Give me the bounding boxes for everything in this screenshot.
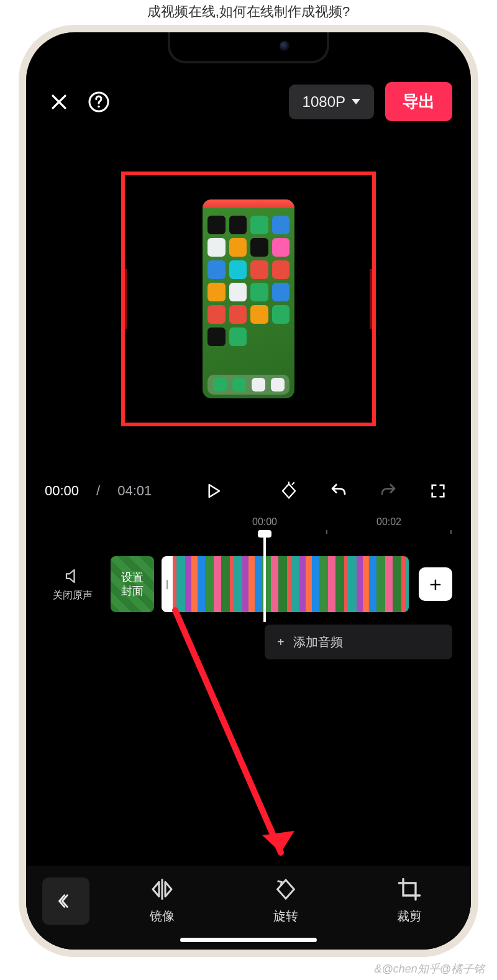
crop-icon xyxy=(397,877,422,902)
time-current: 00:00 xyxy=(45,483,79,499)
keyframe-button[interactable] xyxy=(275,477,303,505)
add-audio-label: 添加音频 xyxy=(293,634,343,651)
tool-mirror[interactable]: 镜像 xyxy=(150,877,175,925)
plus-icon: + xyxy=(429,572,442,597)
phone-notch xyxy=(168,32,329,63)
time-duration: 04:01 xyxy=(117,483,152,499)
set-cover-button[interactable]: 设置 封面 xyxy=(111,556,154,612)
undo-icon xyxy=(329,482,348,500)
play-icon xyxy=(204,482,222,500)
time-separator: / xyxy=(96,483,100,499)
svg-marker-3 xyxy=(262,831,294,853)
undo-button[interactable] xyxy=(324,477,353,505)
preview-area xyxy=(26,137,471,460)
resolution-selector[interactable]: 1080P xyxy=(289,85,374,119)
mute-label: 关闭原声 xyxy=(53,590,93,600)
video-track: 关闭原声 设置 封面 | + xyxy=(45,556,452,612)
cover-label-1: 设置 xyxy=(121,570,144,584)
page-title: 成视频在线,如何在线制作成视频? xyxy=(0,0,497,25)
ruler-mark: 00:00 xyxy=(252,516,277,528)
resolution-label: 1080P xyxy=(303,93,345,111)
tool-crop-label: 裁剪 xyxy=(397,908,422,925)
rotate-icon xyxy=(273,877,298,902)
add-audio-button[interactable]: + 添加音频 xyxy=(265,625,452,659)
help-icon xyxy=(88,91,110,113)
tool-mirror-label: 镜像 xyxy=(150,908,175,925)
export-button[interactable]: 导出 xyxy=(385,82,452,121)
ruler-mark: 00:02 xyxy=(376,516,401,528)
preview-viewport[interactable] xyxy=(121,172,376,426)
tool-rotate[interactable]: 旋转 xyxy=(273,877,298,925)
playback-bar: 00:00 / 04:01 xyxy=(26,460,471,516)
plus-icon: + xyxy=(277,635,285,649)
add-clip-button[interactable]: + xyxy=(419,567,452,601)
tool-crop[interactable]: 裁剪 xyxy=(397,877,422,925)
close-button[interactable] xyxy=(45,88,73,116)
video-clip[interactable]: | xyxy=(164,556,409,612)
mute-original-button[interactable]: 关闭原声 xyxy=(45,567,101,602)
fullscreen-icon xyxy=(429,482,447,500)
timeline-ruler[interactable]: 00:00 00:02 xyxy=(26,516,471,534)
clip-handle-left[interactable]: | xyxy=(162,556,173,612)
cover-label-2: 封面 xyxy=(121,584,144,598)
mirror-icon xyxy=(150,877,175,902)
speaker-icon xyxy=(63,567,82,585)
watermark: &@chen知乎@橘子铭 xyxy=(374,961,485,976)
play-button[interactable] xyxy=(199,477,227,505)
preview-content xyxy=(203,199,294,398)
help-button[interactable] xyxy=(84,88,113,116)
app-screen: 1080P 导出 00:00 xyxy=(26,32,471,950)
timeline[interactable]: 关闭原声 设置 封面 | + + 添加音频 xyxy=(26,534,471,678)
playhead[interactable] xyxy=(263,534,266,622)
svg-point-1 xyxy=(98,105,100,108)
close-icon xyxy=(48,91,70,112)
chevron-down-icon xyxy=(352,99,360,104)
toolbar-back-button[interactable] xyxy=(42,877,89,925)
fullscreen-button[interactable] xyxy=(424,477,452,505)
phone-frame: 1080P 导出 00:00 xyxy=(19,25,478,957)
home-indicator[interactable] xyxy=(180,938,317,942)
top-bar: 1080P 导出 xyxy=(26,71,471,137)
bottom-toolbar: 镜像 旋转 裁剪 xyxy=(26,866,471,950)
redo-icon xyxy=(379,482,398,500)
tool-rotate-label: 旋转 xyxy=(273,908,298,925)
redo-button[interactable] xyxy=(374,477,403,505)
keyframe-icon xyxy=(280,482,298,500)
chevron-left-icon xyxy=(57,892,75,910)
